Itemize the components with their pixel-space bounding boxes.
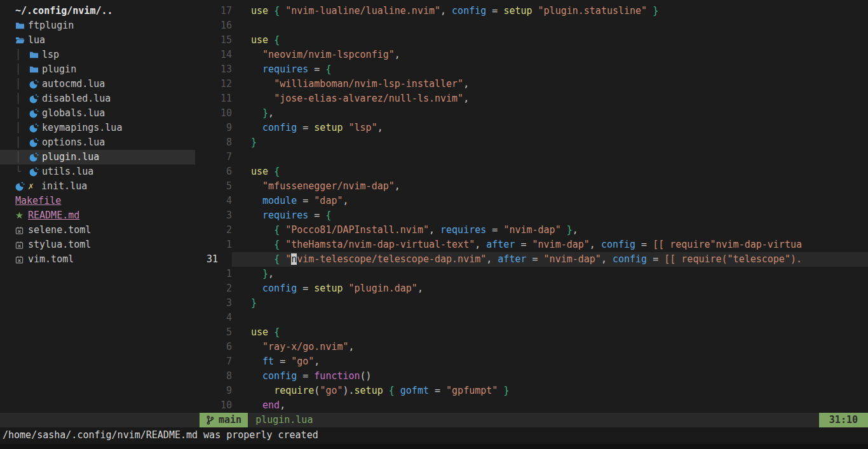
editor-line[interactable]: 16 <box>195 18 868 33</box>
tree-item-options-lua[interactable]: │options.lua <box>0 135 195 150</box>
lua-icon <box>29 79 42 89</box>
tree-item-globals-lua[interactable]: │globals.lua <box>0 106 195 121</box>
editor-line[interactable]: 6use { <box>195 164 868 179</box>
editor-line[interactable]: 10 }, <box>195 106 868 121</box>
tree-item-plugin[interactable]: │plugin <box>0 62 195 77</box>
line-number: 9 <box>207 384 232 398</box>
tree-item-label: ftplugin <box>28 18 74 33</box>
cursor-position: 31:10 <box>829 413 858 427</box>
tree-item-label: selene.toml <box>28 223 91 238</box>
line-number: 15 <box>207 33 232 48</box>
git-branch-icon <box>206 415 214 425</box>
tree-item-plugin-lua[interactable]: │plugin.lua <box>0 150 195 164</box>
tree-item-vim-toml[interactable]: vim.toml <box>0 252 195 267</box>
code-line-text: config = function() <box>232 369 868 384</box>
line-number: 9 <box>207 121 232 135</box>
editor-line[interactable]: 14 "neovim/nvim-lspconfig", <box>195 48 868 62</box>
code-line-text: use { <box>232 33 868 48</box>
line-number: 31 <box>207 252 232 267</box>
tree-item-autocmd-lua[interactable]: │autocmd.lua <box>0 77 195 91</box>
code-line-text: "jose-elias-alvarez/null-ls.nvim", <box>232 91 868 106</box>
editor-line[interactable]: 2 config = setup "plugin.dap", <box>195 281 868 296</box>
editor-line[interactable]: 4 <box>195 311 868 325</box>
editor-line[interactable]: 5use { <box>195 325 868 340</box>
code-line-text: ft = "go", <box>232 354 868 369</box>
editor-line[interactable]: 13 requires = { <box>195 62 868 77</box>
editor-line[interactable]: 9 require("go").setup { gofmt = "gpfumpt… <box>195 384 868 398</box>
toml-icon <box>15 226 28 235</box>
tree-item-readme-md[interactable]: README.md <box>0 208 195 223</box>
code-line-text: use { <box>232 164 868 179</box>
tree-item-lsp[interactable]: │lsp <box>0 48 195 62</box>
code-line-text: { "nvim-telescope/telescope-dap.nvim", a… <box>232 252 868 267</box>
line-number: 7 <box>207 150 232 164</box>
line-number: 10 <box>207 106 232 121</box>
tree-item-keymapings-lua[interactable]: │keymapings.lua <box>0 121 195 135</box>
code-line-text: "ray-x/go.nvim", <box>232 340 868 354</box>
lua-icon <box>29 123 42 133</box>
tree-indent-guide: │ <box>15 150 29 164</box>
line-number: 3 <box>207 208 232 223</box>
editor-line[interactable]: 7 <box>195 150 868 164</box>
tree-item-label: keymapings.lua <box>42 121 122 135</box>
bottom-padding <box>0 444 868 449</box>
editor-line[interactable]: 10 end, <box>195 398 868 413</box>
code-line-text: "williamboman/nvim-lsp-installer", <box>232 77 868 91</box>
code-line-text <box>232 150 868 164</box>
editor-line[interactable]: 15use { <box>195 33 868 48</box>
editor-line[interactable]: 3 requires = { <box>195 208 868 223</box>
tree-item-lua[interactable]: lua <box>0 33 195 48</box>
code-line-text: use { "nvim-lualine/lualine.nvim", confi… <box>232 4 868 18</box>
file-tree-panel: ~/.config/nvim/.. ftpluginlua│lsp│plugin… <box>0 0 195 413</box>
editor-line-current[interactable]: 31 { "nvim-telescope/telescope-dap.nvim"… <box>195 252 868 267</box>
lua-icon <box>29 152 42 162</box>
editor-line[interactable]: 11 "jose-elias-alvarez/null-ls.nvim", <box>195 91 868 106</box>
git-branch-name: main <box>219 413 241 427</box>
tree-indent-guide: │ <box>15 106 29 121</box>
editor-line[interactable]: 1 }, <box>195 267 868 281</box>
tree-item-disabled-lua[interactable]: │disabled.lua <box>0 91 195 106</box>
tree-item-init-lua[interactable]: ✗init.lua <box>0 179 195 194</box>
editor-line[interactable]: 1 { "theHamsta/nvim-dap-virtual-text", a… <box>195 238 868 252</box>
tree-indent-guide: │ <box>15 77 29 91</box>
lua-icon <box>29 94 42 104</box>
line-number: 17 <box>207 4 232 18</box>
code-line-text: module = "dap", <box>232 194 868 208</box>
tree-item-label: plugin <box>42 62 76 77</box>
tree-indent-guide: │ <box>15 62 29 77</box>
line-number: 3 <box>207 296 232 311</box>
editor-line[interactable]: 7 ft = "go", <box>195 354 868 369</box>
editor-line[interactable]: 9 config = setup "lsp", <box>195 121 868 135</box>
editor-line[interactable]: 8} <box>195 135 868 150</box>
editor-line[interactable]: 3} <box>195 296 868 311</box>
git-branch-badge: main <box>200 413 248 427</box>
tree-item-label: options.lua <box>42 135 105 150</box>
tree-item-stylua-toml[interactable]: stylua.toml <box>0 238 195 252</box>
tree-item-label: Makefile <box>15 194 61 208</box>
tree-indent-guide: │ <box>15 121 29 135</box>
command-line-message: /home/sasha/.config/nvim/README.md was p… <box>0 427 868 444</box>
tree-item-selene-toml[interactable]: selene.toml <box>0 223 195 238</box>
code-line-text <box>232 18 868 33</box>
tree-item-label: utils.lua <box>42 164 93 179</box>
editor-line[interactable]: 17use { "nvim-lualine/lualine.nvim", con… <box>195 4 868 18</box>
line-number: 12 <box>207 77 232 91</box>
tree-item-utils-lua[interactable]: └utils.lua <box>0 164 195 179</box>
tree-indent-guide: └ <box>15 164 29 179</box>
tree-indent-guide: │ <box>15 135 29 150</box>
folder-closed-icon <box>15 21 28 30</box>
editor-line[interactable]: 8 config = function() <box>195 369 868 384</box>
toml-icon <box>15 241 28 250</box>
line-number: 6 <box>207 164 232 179</box>
editor-line[interactable]: 6 "ray-x/go.nvim", <box>195 340 868 354</box>
editor-buffer[interactable]: 17use { "nvim-lualine/lualine.nvim", con… <box>195 0 868 413</box>
editor-line[interactable]: 5 "mfussenegger/nvim-dap", <box>195 179 868 194</box>
tree-item-ftplugin[interactable]: ftplugin <box>0 18 195 33</box>
editor-line[interactable]: 4 module = "dap", <box>195 194 868 208</box>
tree-item-makefile[interactable]: Makefile <box>0 194 195 208</box>
editor-line[interactable]: 12 "williamboman/nvim-lsp-installer", <box>195 77 868 91</box>
code-line-text: } <box>232 296 868 311</box>
tree-item-label: autocmd.lua <box>42 77 105 91</box>
editor-line[interactable]: 2 { "Pocco81/DAPInstall.nvim", requires … <box>195 223 868 238</box>
line-number: 5 <box>207 325 232 340</box>
